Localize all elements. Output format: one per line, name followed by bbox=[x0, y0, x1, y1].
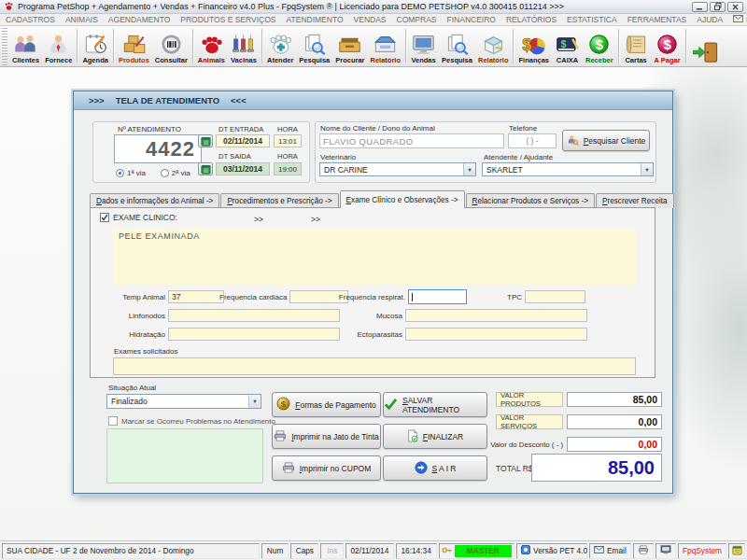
freq-cardiaca-label: Frequencia cardiaca bbox=[219, 293, 287, 301]
via1-radio[interactable]: 1ª via bbox=[116, 169, 146, 177]
valor-servicos-value: 0,00 bbox=[567, 414, 662, 429]
window-titlebar: Programa PetShop + Agendamento + Vendas … bbox=[0, 0, 747, 14]
linfonodos-input[interactable] bbox=[168, 309, 340, 322]
exames-solicitados-input[interactable] bbox=[113, 357, 636, 375]
toolbar-button-atender[interactable]: Atender bbox=[264, 27, 296, 65]
client-name-input[interactable]: FLAVIO QUADRADO bbox=[319, 133, 504, 148]
exam-notes-textarea[interactable]: PELE EXAMINADA bbox=[113, 229, 636, 285]
menu-compras[interactable]: COMPRAS bbox=[397, 15, 437, 24]
report-box-icon bbox=[481, 34, 506, 55]
menu-vendas[interactable]: VENDAS bbox=[354, 15, 387, 24]
tab-relacionar-produtos[interactable]: Relacionar Produtos e Serviços -> bbox=[466, 193, 595, 208]
toolbar-button-relatorio-atendimento[interactable]: Relatório bbox=[368, 27, 404, 65]
situation-dropdown[interactable]: Finalizado ▼ bbox=[106, 394, 261, 409]
menu-estatistica[interactable]: ESTATISTICA bbox=[567, 15, 617, 24]
toolbar-separator bbox=[405, 29, 406, 63]
toolbar-button-vacinas[interactable]: Vacinas bbox=[228, 27, 260, 65]
exit-date-field[interactable]: 03/11/2014 bbox=[216, 162, 270, 175]
minimize-button[interactable] bbox=[692, 2, 708, 12]
via2-radio[interactable]: 2ª via bbox=[161, 169, 190, 177]
total-label: TOTAL R$ bbox=[496, 464, 533, 473]
imprimir-jato-button[interactable]: Imprimir na Jato de Tinta bbox=[272, 424, 381, 449]
exit-hour-field[interactable]: 19:00 bbox=[274, 162, 302, 175]
entry-calendar-button[interactable] bbox=[198, 134, 213, 147]
toolbar-button-procurar[interactable]: Procurar bbox=[332, 27, 367, 65]
status-monitor[interactable] bbox=[655, 543, 676, 559]
toolbar-button-consultar[interactable]: Consultar bbox=[152, 27, 190, 65]
search-client-button[interactable]: Pesquisar Cliente bbox=[562, 130, 650, 151]
freq-respirat-input[interactable] bbox=[408, 289, 467, 304]
salvar-atendimento-button[interactable]: SALVAR ATENDIMENTO bbox=[383, 392, 487, 417]
toolbar-button-pesquisa-vendas[interactable]: Pesquisa bbox=[439, 27, 475, 65]
toolbar-button-receber[interactable]: $ Receber bbox=[583, 27, 616, 65]
menu-agendamento[interactable]: AGENDAMENTO bbox=[108, 15, 170, 24]
attendant-dropdown[interactable]: SKARLET ▼ bbox=[482, 162, 654, 176]
tab-prescrever-receita[interactable]: Prescrever Receita bbox=[596, 193, 674, 208]
toolbar-button-a-pagar[interactable]: $ A Pagar bbox=[652, 27, 684, 65]
menu-ajuda[interactable]: AJUDA bbox=[697, 15, 723, 24]
toolbar-button-agenda[interactable]: Agenda bbox=[79, 27, 111, 65]
ectoparasitas-input[interactable] bbox=[405, 328, 587, 341]
formas-pagamento-button[interactable]: $ Formas de Pagamento bbox=[272, 392, 381, 417]
temp-input[interactable]: 37 bbox=[168, 290, 224, 303]
vet-value: DR CARINE bbox=[320, 165, 463, 175]
toolbar-button-exit[interactable] bbox=[688, 27, 722, 65]
menu-relatorios[interactable]: RELATÓRIOS bbox=[506, 15, 557, 24]
toolbar-button-produtos[interactable]: Produtos bbox=[116, 27, 152, 65]
toolbar-button-relatorio-vendas[interactable]: Relatório bbox=[475, 27, 512, 65]
hidratacao-input[interactable] bbox=[168, 328, 340, 341]
status-printer[interactable] bbox=[633, 543, 654, 559]
menu-financeiro[interactable]: FINANCEIRO bbox=[447, 15, 496, 24]
imprimir-cupom-button[interactable]: Imprimir no CUPOM bbox=[272, 455, 381, 481]
menu-email[interactable]: E-MAIL bbox=[733, 15, 747, 24]
menu-produtos-servicos[interactable]: PRODUTOS E SERVIÇOS bbox=[180, 15, 275, 24]
pink-dollar-icon: $ bbox=[655, 34, 680, 55]
close-button[interactable] bbox=[727, 2, 743, 12]
tpc-input[interactable] bbox=[525, 290, 585, 303]
search-pages-icon bbox=[444, 34, 470, 55]
sair-button[interactable]: S A I R bbox=[383, 455, 487, 481]
problem-checkbox[interactable] bbox=[108, 416, 118, 426]
tab-dados-animal[interactable]: Dados e informações do Animal -> bbox=[90, 193, 219, 208]
status-calendar[interactable] bbox=[728, 543, 745, 559]
svg-text:$: $ bbox=[596, 37, 603, 52]
menu-animais[interactable]: ANIMAIS bbox=[65, 15, 98, 24]
menu-cadastros[interactable]: CADASTROS bbox=[6, 15, 55, 24]
client-groupbox: Nome do Cliente / Dono do Animal FLAVIO … bbox=[315, 121, 656, 183]
status-email[interactable]: Email bbox=[589, 543, 631, 559]
restore-button[interactable] bbox=[710, 2, 726, 12]
atendimento-dialog: >>> TELA DE ATENDIMENTO <<< Nº ATENDIMEN… bbox=[73, 91, 673, 494]
tab-exame-clinico[interactable]: Exame Clínico e Observações -> bbox=[340, 190, 465, 208]
exit-calendar-button[interactable] bbox=[198, 162, 213, 175]
vet-dropdown[interactable]: DR CARINE ▼ bbox=[319, 162, 476, 176]
problem-notes-box[interactable] bbox=[106, 428, 263, 483]
status-time: 16:14:34 bbox=[396, 543, 437, 559]
dialog-title: TELA DE ATENDIMENTO bbox=[116, 95, 219, 105]
toolbar-label: Agenda bbox=[82, 56, 108, 64]
tab-procedimentos[interactable]: Procedimentos e Prescrição -> bbox=[220, 193, 338, 208]
toolbar-label: A Pagar bbox=[655, 56, 681, 64]
toolbar-separator bbox=[113, 29, 114, 63]
toolbar-button-pesquisa-atendimento[interactable]: Pesquisa bbox=[296, 27, 332, 65]
toolbar-button-cartas[interactable]: Cartas bbox=[621, 27, 652, 65]
toolbar-button-clientes[interactable]: Clientes bbox=[9, 27, 42, 65]
toolbar-button-caixa[interactable]: $ CAIXA bbox=[552, 27, 583, 65]
menu-ferramentas[interactable]: FERRAMENTAS bbox=[627, 15, 687, 24]
toolbar-button-animais[interactable]: Animais bbox=[195, 27, 228, 65]
exam-checkbox[interactable] bbox=[100, 213, 109, 222]
entry-hour-field[interactable]: 13:01 bbox=[274, 134, 302, 147]
attendance-number-field[interactable]: 4422 bbox=[114, 134, 202, 163]
finalizar-button[interactable]: FINALIZAR bbox=[383, 424, 487, 449]
mucosa-input[interactable] bbox=[405, 309, 587, 322]
toolbar-button-fornecedor[interactable]: Fornece bbox=[42, 27, 75, 65]
window-title: Programa PetShop + Agendamento + Vendas … bbox=[18, 2, 564, 11]
agenda-icon bbox=[83, 34, 108, 55]
phone-input[interactable]: ( ) - bbox=[508, 133, 557, 148]
entry-date-field[interactable]: 02/11/2014 bbox=[216, 134, 270, 147]
coin-icon: $ bbox=[276, 397, 290, 413]
toolbar-button-financas[interactable]: $ Finanças bbox=[515, 27, 552, 65]
menu-atendimento[interactable]: ATENDIMENTO bbox=[286, 15, 343, 24]
toolbar-button-vendas[interactable]: Vendas bbox=[408, 27, 439, 65]
toolbar-label: Atender bbox=[267, 56, 293, 64]
mail-icon bbox=[733, 15, 743, 24]
